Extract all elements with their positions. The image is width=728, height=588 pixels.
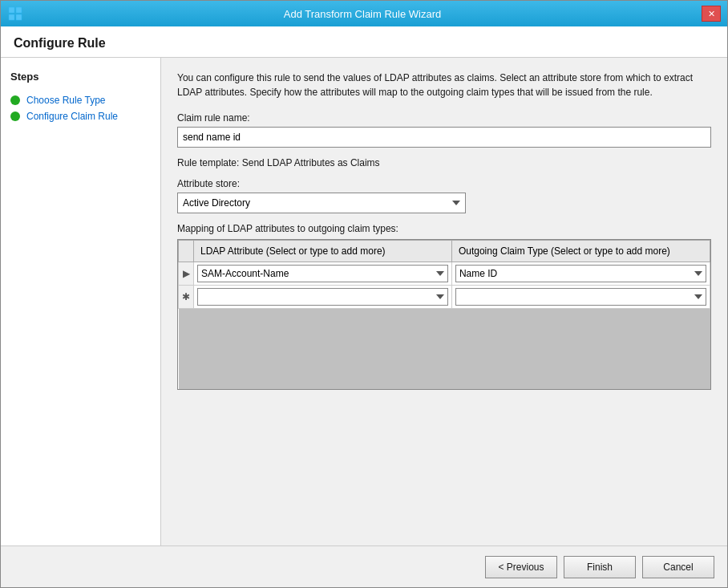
table-row: ✱ xyxy=(179,286,710,309)
mapping-label: Mapping of LDAP attributes to outgoing c… xyxy=(177,223,711,234)
row2-ldap-cell xyxy=(194,286,452,309)
svg-rect-0 xyxy=(9,7,14,13)
sidebar-item-choose-rule-type[interactable]: Choose Rule Type xyxy=(10,92,151,108)
attribute-store-label: Attribute store: xyxy=(177,178,711,189)
app-icon xyxy=(7,6,23,22)
mapping-table: LDAP Attribute (Select or type to add mo… xyxy=(178,240,710,389)
description-text: You can configure this rule to send the … xyxy=(177,71,711,99)
wizard-window: Add Transform Claim Rule Wizard ✕ Config… xyxy=(0,0,728,588)
main-area: Steps Choose Rule Type Configure Claim R… xyxy=(1,58,727,545)
step-dot-choose-rule-type xyxy=(10,95,20,105)
claim-rule-name-input[interactable] xyxy=(177,127,711,148)
mapping-table-container: LDAP Attribute (Select or type to add mo… xyxy=(177,239,711,390)
table-empty-cell xyxy=(179,309,710,389)
row1-outgoing-cell: Name ID xyxy=(451,262,710,286)
svg-rect-3 xyxy=(16,14,22,20)
row1-outgoing-select[interactable]: Name ID xyxy=(455,265,706,282)
col-indicator-header xyxy=(179,241,194,262)
cancel-button[interactable]: Cancel xyxy=(642,556,714,578)
table-row: ▶ SAM-Account-Name Name ID xyxy=(179,262,710,286)
row2-outgoing-select[interactable] xyxy=(455,288,706,306)
attribute-store-select[interactable]: Active Directory xyxy=(177,193,466,213)
footer: < Previous Finish Cancel xyxy=(1,545,727,587)
attribute-store-group: Attribute store: Active Directory xyxy=(177,178,711,213)
sidebar-item-label-choose-rule-type: Choose Rule Type xyxy=(26,95,106,106)
row1-ldap-select[interactable]: SAM-Account-Name xyxy=(197,265,448,282)
window-title: Add Transform Claim Rule Wizard xyxy=(23,8,702,20)
col-outgoing-header: Outgoing Claim Type (Select or type to a… xyxy=(451,241,710,262)
row1-indicator: ▶ xyxy=(179,262,194,286)
sidebar: Steps Choose Rule Type Configure Claim R… xyxy=(1,58,161,545)
close-button[interactable]: ✕ xyxy=(702,6,721,22)
content-area: You can configure this rule to send the … xyxy=(161,58,727,545)
table-header-row: LDAP Attribute (Select or type to add mo… xyxy=(179,241,710,262)
sidebar-item-label-configure-claim-rule: Configure Claim Rule xyxy=(26,111,118,122)
row1-ldap-cell: SAM-Account-Name xyxy=(194,262,452,286)
rule-template-text: Rule template: Send LDAP Attributes as C… xyxy=(177,157,711,168)
title-bar: Add Transform Claim Rule Wizard ✕ xyxy=(1,1,727,26)
col-ldap-header: LDAP Attribute (Select or type to add mo… xyxy=(194,241,452,262)
page-title: Configure Rule xyxy=(14,36,714,51)
row2-ldap-select[interactable] xyxy=(197,288,448,306)
row2-indicator: ✱ xyxy=(179,286,194,309)
steps-label: Steps xyxy=(10,71,151,83)
step-dot-configure-claim-rule xyxy=(10,112,20,121)
table-empty-row xyxy=(179,309,710,389)
sidebar-item-configure-claim-rule[interactable]: Configure Claim Rule xyxy=(10,108,151,124)
page-header: Configure Rule xyxy=(1,26,727,58)
finish-button[interactable]: Finish xyxy=(564,556,636,578)
claim-rule-name-group: Claim rule name: xyxy=(177,112,711,148)
claim-rule-name-label: Claim rule name: xyxy=(177,112,711,124)
svg-rect-2 xyxy=(9,14,14,20)
row2-outgoing-cell xyxy=(451,286,710,309)
svg-rect-1 xyxy=(16,7,22,13)
window-content: Configure Rule Steps Choose Rule Type Co… xyxy=(1,26,727,587)
previous-button[interactable]: < Previous xyxy=(485,556,557,578)
